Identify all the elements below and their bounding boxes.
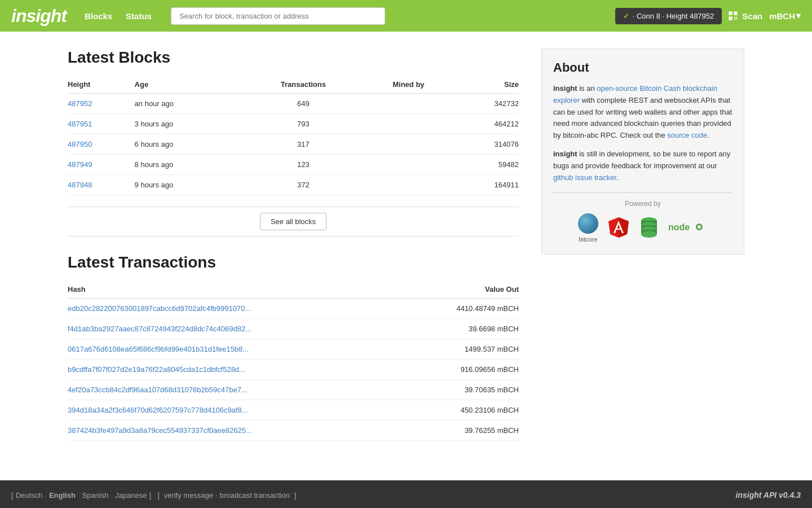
tx-hash-link[interactable]: 394d18a34a2f3c646f70d62f6207597c778d4106… [68, 406, 248, 414]
checkmark-icon: ✓ [623, 12, 629, 20]
powered-by-section: Powered by bitcore [553, 192, 732, 243]
tx-hash-link[interactable]: 387424b3fe497a9d3a8a79cec554937337cf0aee… [68, 426, 252, 435]
block-height-link[interactable]: 487951 [68, 120, 92, 128]
lang-deutsch[interactable]: Deutsch [16, 491, 43, 500]
block-size: 464212 [452, 114, 519, 134]
mbch-dropdown[interactable]: mBCH ▾ [769, 11, 801, 21]
source-code-link[interactable]: source code [667, 131, 707, 139]
bracket-open: [ [11, 491, 14, 500]
content-area: Latest Blocks Height Age Transactions Mi… [68, 49, 519, 441]
sep-3: · [111, 491, 113, 500]
table-row: 487948 9 hours ago 372 164911 [68, 175, 519, 195]
col-age: Age [135, 76, 242, 94]
transactions-table: Hash Value Out edb20c282200763001897cabc… [68, 281, 519, 441]
nav-status[interactable]: Status [126, 11, 152, 21]
block-height: 487951 [68, 114, 135, 134]
tx-hash: f4d1ab3ba2927aaec87c8724943f224d8dc74c40… [68, 319, 405, 339]
bitcore-icon [578, 213, 598, 234]
block-height-link[interactable]: 487950 [68, 140, 92, 148]
transactions-title: Latest Transactions [68, 253, 519, 271]
see-all-blocks-button[interactable]: See all blocks [260, 213, 326, 230]
tx-hash-link[interactable]: edb20c282200763001897cabcc6d9702afc4fb99… [68, 304, 251, 313]
col-height: Height [68, 76, 135, 94]
blockchain-explorer-link[interactable]: open-source Bitcoin Cash blockchain expl… [553, 84, 717, 104]
block-transactions: 317 [241, 134, 365, 155]
block-height: 487952 [68, 94, 135, 114]
svg-rect-7 [736, 17, 737, 18]
block-height-link[interactable]: 487948 [68, 181, 92, 189]
main-content: Latest Blocks Height Age Transactions Mi… [0, 32, 812, 458]
header: insight Blocks Status ✓ · Conn 8 · Heigh… [0, 0, 812, 32]
block-height: 487949 [68, 155, 135, 175]
header-right: ✓ · Conn 8 · Height 487952 Scan mBCH ▾ [615, 8, 801, 24]
block-size: 59482 [452, 155, 519, 175]
conn-text: · Conn 8 · Height 487952 [633, 12, 714, 20]
qr-icon [729, 11, 738, 20]
tx-hash: edb20c282200763001897cabcc6d9702afc4fb99… [68, 299, 405, 319]
tx-hash: b9cdffa7f07f027d2e19a76f22a8045cda1c1dbf… [68, 360, 405, 380]
leveldb-icon [639, 215, 659, 240]
block-size: 164911 [452, 175, 519, 195]
connection-status: ✓ · Conn 8 · Height 487952 [615, 8, 722, 24]
tx-hash-link[interactable]: f4d1ab3ba2927aaec87c8724943f224d8dc74c40… [68, 325, 251, 333]
tx-hash-link[interactable]: 4ef20a73ccb84c2df96aa107d68d31076b2b59c4… [68, 386, 248, 394]
github-issue-tracker-link[interactable]: github issue tracker [553, 173, 616, 182]
blocks-title: Latest Blocks [68, 49, 519, 67]
block-mined-by [365, 134, 452, 155]
lang-spanish[interactable]: Spanish [82, 491, 109, 500]
about-paragraph-1: insight is an open-source Bitcoin Cash b… [553, 83, 732, 142]
block-size: 342732 [452, 94, 519, 114]
block-transactions: 649 [241, 94, 365, 114]
table-row: 4ef20a73ccb84c2df96aa107d68d31076b2b59c4… [68, 380, 519, 400]
block-age: 9 hours ago [135, 175, 242, 195]
svg-point-20 [641, 231, 657, 238]
lang-english[interactable]: English [49, 491, 76, 500]
chevron-down-icon: ▾ [796, 11, 801, 21]
about-box: About insight is an open-source Bitcoin … [541, 49, 744, 255]
col-transactions: Transactions [241, 76, 365, 94]
search-input[interactable] [171, 7, 385, 25]
svg-rect-6 [734, 17, 735, 18]
scan-button[interactable]: Scan [729, 11, 762, 21]
tx-hash: 0617a676d6108ea65f686cf9bfd99e401b31d1fe… [68, 339, 405, 360]
insight-brand-2: insight [553, 150, 577, 158]
block-transactions: 793 [241, 114, 365, 134]
mbch-label: mBCH [769, 11, 795, 21]
footer-version: insight API v0.4.3 [736, 491, 801, 500]
table-row: 394d18a34a2f3c646f70d62f6207597c778d4106… [68, 400, 519, 421]
lang-japanese[interactable]: Japanese [115, 491, 147, 500]
nodejs-logo: node [668, 221, 708, 235]
block-age: 6 hours ago [135, 134, 242, 155]
about-title: About [553, 60, 732, 75]
col-value-out: Value Out [405, 281, 519, 299]
block-age: an hour ago [135, 94, 242, 114]
tx-hash: 387424b3fe497a9d3a8a79cec554937337cf0aee… [68, 421, 405, 441]
powered-by-label: Powered by [553, 200, 732, 208]
leveldb-logo [639, 215, 659, 242]
table-row: 0617a676d6108ea65f686cf9bfd99e401b31d1fe… [68, 339, 519, 360]
nav-blocks[interactable]: Blocks [85, 11, 112, 21]
svg-text:node: node [668, 222, 690, 232]
tx-hash-link[interactable]: b9cdffa7f07f027d2e19a76f22a8045cda1c1dbf… [68, 365, 245, 374]
svg-rect-3 [735, 12, 736, 14]
svg-rect-5 [730, 17, 731, 19]
table-row: 487952 an hour ago 649 342732 [68, 94, 519, 114]
tx-value-out: 4410.48749 mBCH [405, 299, 519, 319]
block-height-link[interactable]: 487949 [68, 160, 92, 169]
about-paragraph-2: insight is still in development, so be s… [553, 148, 732, 183]
broadcast-transaction-link[interactable]: broadcast transaction [220, 491, 290, 500]
block-height-link[interactable]: 487952 [68, 99, 92, 108]
col-mined-by: Mined by [365, 76, 452, 94]
verify-message-link[interactable]: verify message [164, 491, 213, 500]
block-mined-by [365, 175, 452, 195]
tx-value-out: 39.76255 mBCH [405, 421, 519, 441]
tx-value-out: 39.6698 mBCH [405, 319, 519, 339]
block-height: 487948 [68, 175, 135, 195]
bracket-close: ] [149, 491, 152, 500]
tx-hash-link[interactable]: 0617a676d6108ea65f686cf9bfd99e401b31d1fe… [68, 345, 249, 353]
footer-bracket-end: ] [292, 491, 296, 500]
angular-icon [607, 216, 630, 239]
footer-dot: · [215, 491, 218, 500]
col-hash: Hash [68, 281, 405, 299]
footer-left: [ Deutsch · English · Spanish · Japanese… [11, 491, 296, 500]
